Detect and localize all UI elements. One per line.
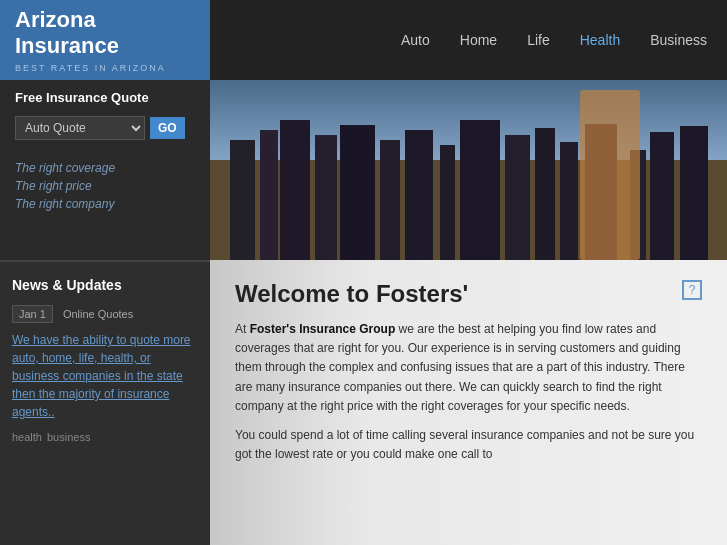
quote-form: Auto Quote Home Quote Life Quote Health … bbox=[15, 116, 195, 140]
header: Arizona Insurance BEST RATES IN ARIZONA … bbox=[0, 0, 727, 80]
hero-area: Free Insurance Quote Auto Quote Home Quo… bbox=[0, 80, 727, 260]
nav-bar: Auto Home Life Health Business bbox=[210, 0, 727, 80]
welcome-title: Welcome to Fosters' bbox=[235, 280, 702, 308]
hero-image bbox=[210, 80, 727, 260]
news-category: Online Quotes bbox=[63, 308, 133, 320]
tagline-3: The right company bbox=[15, 197, 195, 211]
nav-item-auto[interactable]: Auto bbox=[401, 32, 430, 48]
tagline-1: The right coverage bbox=[15, 161, 195, 175]
sidebar-tags: health business bbox=[12, 431, 198, 443]
free-quote-label: Free Insurance Quote bbox=[15, 90, 195, 105]
quote-select[interactable]: Auto Quote Home Quote Life Quote Health … bbox=[15, 116, 145, 140]
logo-title: Arizona Insurance bbox=[15, 7, 195, 60]
nav-item-business[interactable]: Business bbox=[650, 32, 707, 48]
taglines: The right coverage The right price The r… bbox=[15, 161, 195, 211]
content-area: Welcome to Fosters' ? At Foster's Insura… bbox=[210, 260, 727, 545]
tag-health: health bbox=[12, 431, 42, 443]
sidebar-bottom: News & Updates Jan 1 Online Quotes We ha… bbox=[0, 260, 210, 545]
news-updates-title: News & Updates bbox=[12, 277, 198, 293]
tagline-2: The right price bbox=[15, 179, 195, 193]
nav-item-life[interactable]: Life bbox=[527, 32, 550, 48]
info-icon[interactable]: ? bbox=[682, 280, 702, 300]
go-button[interactable]: GO bbox=[150, 117, 185, 139]
news-link[interactable]: We have the ability to quote more auto, … bbox=[12, 331, 198, 421]
hero-overlay bbox=[210, 80, 727, 260]
logo-subtitle: BEST RATES IN ARIZONA bbox=[15, 63, 195, 73]
logo-box: Arizona Insurance BEST RATES IN ARIZONA bbox=[0, 0, 210, 80]
main-area: News & Updates Jan 1 Online Quotes We ha… bbox=[0, 260, 727, 545]
nav-item-health[interactable]: Health bbox=[580, 32, 620, 48]
content-paragraph-1: At Foster's Insurance Group we are the b… bbox=[235, 320, 702, 416]
content-text: At Foster's Insurance Group we are the b… bbox=[235, 320, 702, 464]
nav-item-home[interactable]: Home bbox=[460, 32, 497, 48]
news-date-badge: Jan 1 bbox=[12, 305, 53, 323]
news-date-row: Jan 1 Online Quotes bbox=[12, 305, 198, 323]
tag-business: business bbox=[47, 431, 90, 443]
sidebar-top: Free Insurance Quote Auto Quote Home Quo… bbox=[0, 80, 210, 260]
content-paragraph-2: You could spend a lot of time calling se… bbox=[235, 426, 702, 464]
